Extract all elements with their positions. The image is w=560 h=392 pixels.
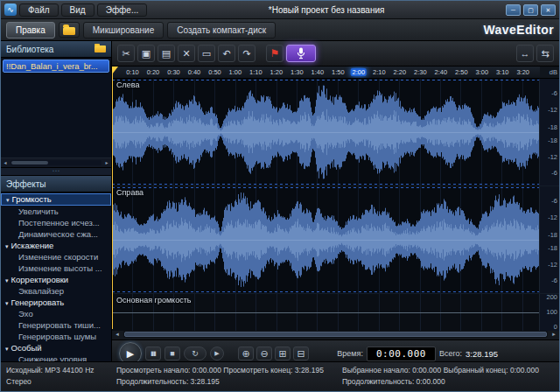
zoom-in-button[interactable]: ⊕ bbox=[238, 346, 254, 360]
record-microphone-button[interactable] bbox=[286, 45, 316, 62]
app-window: ∿ Файл Вид Эффе... *Новый проект без наз… bbox=[0, 0, 560, 392]
tab-create-cd[interactable]: Создать компакт-диск bbox=[167, 22, 276, 38]
chevron-down-icon: ▾ bbox=[5, 346, 9, 352]
effects-tree-item[interactable]: ▾Особый bbox=[1, 342, 111, 354]
effects-tree-item[interactable]: Динамическое сжа... bbox=[1, 228, 111, 240]
library-scroll-thumb[interactable] bbox=[11, 161, 48, 164]
menu-file[interactable]: Файл bbox=[19, 4, 59, 17]
zoom-out-button[interactable]: ⊖ bbox=[256, 346, 272, 360]
sidebar: Библиотека !!Dan_Balan_i_vera_br... ◂ ▸ … bbox=[1, 41, 112, 361]
trim-icon[interactable]: ▭ bbox=[198, 45, 215, 62]
ruler-tick: 1:30 bbox=[290, 68, 304, 76]
library-panel-header: Библиотека bbox=[1, 41, 111, 58]
menu-view[interactable]: Вид bbox=[61, 4, 94, 17]
selection-range: Выбранное начало: 0:00.000 Выбранный кон… bbox=[342, 365, 556, 376]
playhead-marker-icon[interactable] bbox=[112, 66, 118, 74]
channel-right-label: Справа bbox=[116, 188, 144, 197]
copy-icon[interactable]: ▣ bbox=[137, 45, 155, 62]
effects-tree-item[interactable]: Снижение уровня ... bbox=[1, 354, 111, 361]
app-icon: ∿ bbox=[4, 4, 17, 16]
master-volume-track[interactable]: Основная громкость bbox=[112, 294, 539, 331]
ruler-tick: 0:20 bbox=[147, 68, 160, 76]
open-file-folder-button[interactable] bbox=[59, 22, 80, 38]
edit-toolbar-buttons: ✂▣▤✕▭↶↷ bbox=[117, 45, 256, 62]
loop-button[interactable]: ↻ bbox=[184, 346, 206, 360]
undo-icon[interactable]: ↶ bbox=[218, 45, 235, 62]
marker-flag-button[interactable]: ⚑ bbox=[266, 45, 284, 62]
panel-splitter[interactable]: ⋯ bbox=[1, 167, 111, 176]
zoom-all-button[interactable]: ⊟ bbox=[293, 346, 309, 360]
fit-width-icon[interactable]: ↔ bbox=[516, 45, 534, 62]
redo-icon[interactable]: ↷ bbox=[238, 45, 256, 62]
effects-tree-item[interactable]: Изменение высоты ... bbox=[1, 262, 111, 274]
effects-tree-item[interactable]: Эхо bbox=[1, 308, 111, 319]
cut-icon[interactable]: ✂ bbox=[117, 45, 135, 62]
scroll-right-icon[interactable]: ▸ bbox=[102, 158, 111, 167]
chevron-down-icon: ▾ bbox=[5, 277, 9, 284]
fit-selection-icon[interactable]: ⇆ bbox=[536, 45, 554, 62]
library-scroll-track[interactable] bbox=[10, 160, 102, 165]
ruler-tick: 0:10 bbox=[126, 68, 139, 76]
waveform-right[interactable]: Справа bbox=[112, 186, 539, 293]
time-label: Время: bbox=[337, 349, 363, 358]
delete-icon[interactable]: ✕ bbox=[178, 45, 195, 62]
horizontal-scrollbar[interactable]: ◂ ▸ bbox=[112, 329, 559, 340]
effects-tree-item-label: Генерировать шумы bbox=[18, 332, 96, 341]
playhead-cursor[interactable] bbox=[112, 66, 113, 329]
current-time-display[interactable]: 0:00.000 bbox=[367, 346, 436, 361]
microphone-icon bbox=[297, 47, 305, 60]
scroll-track[interactable] bbox=[123, 331, 548, 338]
db-scale-label: -6 bbox=[551, 276, 557, 284]
effects-tree-item[interactable]: Постепенное исчез... bbox=[1, 217, 111, 228]
paste-icon[interactable]: ▤ bbox=[158, 45, 175, 62]
effects-tree-item-label: Снижение уровня ... bbox=[18, 354, 96, 361]
effects-tree-item[interactable]: ▾Корректировки bbox=[1, 274, 111, 285]
effects-tree-item-label: Искажение bbox=[11, 241, 54, 250]
channel-left-label: Слева bbox=[116, 80, 139, 89]
pause-button[interactable]: ▮▮ bbox=[145, 346, 161, 360]
effects-tree-item[interactable]: ▾Громкость bbox=[1, 193, 111, 206]
titlebar: ∿ Файл Вид Эффе... *Новый проект без наз… bbox=[1, 1, 559, 19]
zoom-selection-button[interactable]: ⊞ bbox=[275, 346, 290, 360]
scroll-thumb[interactable] bbox=[124, 332, 547, 337]
main-area: ✂▣▤✕▭↶↷ ⚑ ↔⇆ 0:100:200:300:400:501:001:1 bbox=[112, 41, 559, 361]
close-button[interactable]: ✕ bbox=[541, 4, 556, 16]
waveform-right-canvas[interactable] bbox=[112, 186, 539, 293]
library-item[interactable]: !!Dan_Balan_i_vera_br... bbox=[3, 60, 109, 73]
effects-tree-item[interactable]: Увеличить bbox=[1, 206, 111, 217]
db-scale-label: -18 bbox=[548, 122, 557, 130]
effects-tree-item[interactable]: ▾Искажение bbox=[1, 240, 111, 251]
tab-mixing[interactable]: Микширование bbox=[83, 22, 164, 38]
minimize-button[interactable]: ─ bbox=[506, 4, 521, 16]
scroll-left-icon[interactable]: ◂ bbox=[1, 158, 10, 167]
effects-tree-item-label: Генерировать bbox=[11, 298, 65, 307]
effects-tree-item-label: Эквалайзер bbox=[18, 286, 64, 296]
waveform-left-canvas[interactable] bbox=[112, 79, 539, 186]
ruler-tick: 2:40 bbox=[434, 68, 447, 76]
waveform-left[interactable]: Слева bbox=[112, 79, 539, 186]
db-scale-label: -18 bbox=[548, 136, 557, 144]
effects-tree-item-label: Динамическое сжа... bbox=[18, 229, 98, 239]
play-selection-button[interactable]: ▶ bbox=[210, 346, 224, 360]
effects-tree-item[interactable]: Изменение скорости bbox=[1, 251, 111, 262]
ruler-tick: 3:20 bbox=[516, 68, 529, 76]
effects-tree-item[interactable]: ▾Генерировать bbox=[1, 297, 111, 308]
library-title: Библиотека bbox=[6, 45, 53, 54]
folder-icon bbox=[63, 27, 75, 35]
master-scale-label: 0 bbox=[554, 322, 557, 330]
effects-tree-item[interactable]: Эквалайзер bbox=[1, 285, 111, 297]
library-folder-icon[interactable] bbox=[94, 46, 106, 52]
effects-tree-item-label: Эхо bbox=[18, 309, 33, 318]
effects-tree-item-label: Изменение высоты ... bbox=[18, 263, 102, 273]
ruler-tick: 0:30 bbox=[167, 68, 180, 76]
statusbar: Исходный: MP3 44100 Hz Стерео Просмотрет… bbox=[1, 361, 559, 391]
ruler-tick: 1:20 bbox=[270, 68, 284, 76]
effects-tree-item[interactable]: Генерировать тиши... bbox=[1, 319, 111, 331]
menu-effects[interactable]: Эффе... bbox=[97, 4, 148, 17]
zoom-buttons: ⊕ ⊖ ⊞ ⊟ bbox=[238, 346, 309, 360]
stop-button[interactable]: ■ bbox=[164, 346, 180, 360]
effects-tree-item[interactable]: Генерировать шумы bbox=[1, 331, 111, 342]
maximize-button[interactable]: ▢ bbox=[523, 4, 538, 16]
timeline-ruler[interactable]: 0:100:200:300:400:501:001:101:201:301:40… bbox=[112, 66, 540, 79]
tab-edit[interactable]: Правка bbox=[6, 22, 55, 38]
